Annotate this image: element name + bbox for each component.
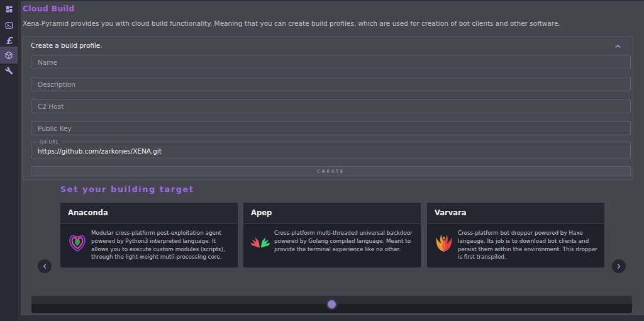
targets-heading: Set your building target (60, 184, 194, 194)
git-url-input[interactable] (31, 145, 630, 157)
anaconda-icon (65, 229, 89, 254)
c2-host-input[interactable] (31, 99, 631, 113)
target-card-anaconda[interactable]: Anaconda Modular cross-platform post-exp… (60, 203, 238, 268)
card-description: Modular cross-platform post-exploitation… (89, 229, 232, 261)
card-description: Cross-platform multi-threaded universal … (272, 229, 415, 253)
sidebar: £ (0, 0, 18, 321)
card-description: Cross-platform bot dropper powered by Ha… (456, 229, 599, 261)
git-url-field: Git URL (31, 142, 631, 159)
target-card-apep[interactable]: Apep Cross-platform multi-threaded unive… (243, 203, 421, 268)
carousel-scrollbar[interactable] (31, 296, 632, 313)
card-body: Cross-platform multi-threaded universal … (243, 224, 421, 257)
varvara-phoenix-icon (432, 229, 456, 254)
sidebar-item-dashboard[interactable] (0, 1, 18, 16)
cube-icon (4, 51, 13, 60)
wrench-icon (5, 67, 13, 75)
public-key-input[interactable] (31, 121, 631, 135)
chevron-left-icon (41, 261, 48, 273)
git-url-label: Git URL (37, 139, 61, 145)
page-title: Cloud Build (23, 4, 74, 13)
sidebar-item-tools[interactable] (0, 63, 18, 78)
carousel-next-button[interactable] (612, 259, 626, 273)
apep-wings-icon (248, 229, 272, 249)
description-input[interactable] (31, 77, 631, 91)
chevron-up-icon[interactable] (614, 41, 622, 49)
card-body: Cross-platform bot dropper powered by Ha… (427, 224, 604, 265)
panel-title: Create a build profile. (31, 42, 103, 49)
card-title: Apep (243, 203, 421, 224)
sidebar-item-terminal[interactable] (0, 18, 18, 33)
card-title: Anaconda (60, 203, 238, 224)
create-button[interactable]: CREATE (31, 166, 631, 176)
name-input[interactable] (31, 55, 631, 69)
dashboard-icon (5, 5, 13, 13)
terminal-icon (5, 21, 13, 30)
create-profile-panel: Create a build profile. Git URL CREATE (23, 36, 633, 180)
card-title: Varvara (427, 203, 604, 224)
target-card-varvara[interactable]: Varvara Cross-platform bot dropper power… (427, 203, 604, 268)
carousel-scrollbar-thumb[interactable] (328, 300, 336, 308)
sidebar-item-cloud-build[interactable] (0, 47, 18, 64)
carousel-prev-button[interactable] (38, 259, 52, 273)
pound-icon: £ (6, 37, 12, 46)
card-body: Modular cross-platform post-exploitation… (60, 224, 238, 265)
chevron-right-icon (615, 261, 623, 273)
page-description: Xena-Pyramid provides you with cloud bui… (23, 20, 636, 27)
